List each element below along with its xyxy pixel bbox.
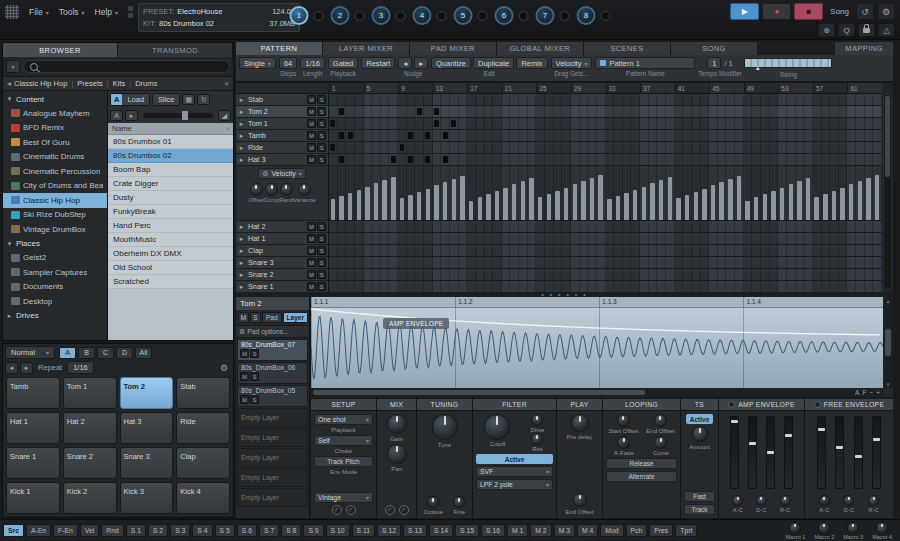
layer-view-button[interactable]: Layer — [283, 312, 308, 323]
mute-button[interactable]: M — [307, 119, 316, 128]
step-lane-tom-1[interactable] — [329, 118, 882, 129]
offset-knob[interactable] — [250, 183, 263, 196]
tab-scenes[interactable]: SCENES — [584, 42, 670, 55]
bank-button-a[interactable]: A — [59, 347, 76, 359]
pad-view-button[interactable]: Pad — [262, 312, 282, 323]
scroll-up-icon[interactable]: ▴ — [887, 298, 890, 304]
step-lane-snare-3[interactable] — [329, 257, 882, 268]
transmod-circle-icon[interactable] — [332, 505, 342, 515]
tab-mapping[interactable]: MAPPING — [835, 42, 893, 55]
layer-mute-button[interactable]: M — [240, 395, 249, 404]
bottom-tab-mod[interactable]: Mod — [600, 524, 623, 537]
mute-button[interactable]: M — [307, 131, 316, 140]
bottom-tab-s-15[interactable]: S 15 — [455, 524, 479, 537]
env-enable-icon[interactable] — [728, 401, 735, 408]
pad-mode-select[interactable]: Normal ▾ — [5, 346, 55, 359]
layer-slot-7[interactable]: Empty Layer — [237, 468, 308, 487]
comp-knob[interactable] — [265, 183, 278, 196]
loop-start-offset-knob[interactable] — [617, 414, 630, 427]
repeat-rate-select[interactable]: 1/16 — [67, 361, 94, 374]
scene-button-4[interactable]: 4 — [413, 6, 432, 25]
mute-button[interactable]: M — [307, 282, 316, 291]
file-item-old-school[interactable]: Old School — [108, 261, 233, 275]
grid-view-icon[interactable]: ▦ — [182, 94, 195, 105]
macro-knob-macro-1[interactable]: Macro 1 — [786, 522, 806, 540]
pad-tom-1[interactable]: Tom 1 — [63, 377, 117, 409]
pad-solo-button[interactable]: S — [250, 312, 261, 323]
pad-snare-2[interactable]: Snare 2 — [63, 447, 117, 479]
step-lane-hat-1[interactable] — [329, 233, 882, 244]
layer-solo-button[interactable]: S — [250, 372, 259, 381]
track-header-hat-1[interactable]: ▸Hat 1MS — [236, 233, 329, 244]
bottom-tab-s-8[interactable]: S 8 — [281, 524, 301, 537]
preview-play-icon[interactable]: ▸ — [125, 110, 138, 121]
env-knob-r-c[interactable]: R-C — [868, 495, 879, 513]
tree-item-classic-hip-hop[interactable]: Classic Hip Hop — [3, 193, 107, 208]
load-button[interactable]: A Load — [110, 93, 150, 106]
tab-pattern[interactable]: PATTERN — [236, 42, 322, 55]
browser-tab-browser[interactable]: BROWSER — [3, 43, 118, 57]
waveform-vscrollbar[interactable]: ▴ ▾ — [883, 297, 893, 388]
mute-button[interactable]: M — [307, 155, 316, 164]
pad-settings-gear-icon[interactable]: ⚙ — [220, 363, 231, 373]
layer-slot-5[interactable]: Empty Layer — [237, 428, 308, 447]
bottom-tab-m-3[interactable]: M 3 — [554, 524, 575, 537]
pad-clap[interactable]: Clap — [176, 447, 230, 479]
env-slider-1[interactable] — [730, 416, 739, 489]
bottom-tab-s-5[interactable]: S 5 — [215, 524, 235, 537]
env-slider-handle[interactable] — [749, 442, 756, 445]
xfade-knob[interactable] — [617, 436, 630, 449]
env-knob-a-c[interactable]: A-C — [732, 495, 743, 513]
preview-slot-button[interactable]: A — [110, 110, 123, 121]
step-lane-hat-2[interactable] — [329, 221, 882, 232]
env-knob-d-c[interactable]: D-C — [843, 495, 854, 513]
pad-kick-3[interactable]: Kick 3 — [120, 482, 174, 514]
layer-slot-1[interactable]: 80s_DrumBox_07MS — [237, 339, 308, 361]
solo-button[interactable]: S — [317, 282, 326, 291]
file-item-80s-drumbox-02[interactable]: 80s Drumbox 02 — [108, 149, 233, 163]
quantize-zoom-icon[interactable]: Q — [838, 23, 855, 37]
search-box[interactable] — [23, 60, 230, 73]
search-input[interactable] — [42, 62, 223, 71]
curve-knob[interactable] — [654, 436, 667, 449]
layer-slot-3[interactable]: 80s_DrumBox_05MS — [237, 385, 308, 407]
scene-button-2[interactable]: 2 — [331, 6, 350, 25]
file-item-boom-bap[interactable]: Boom Bap — [108, 163, 233, 177]
bottom-tab-s-16[interactable]: S 16 — [481, 524, 505, 537]
solo-button[interactable]: S — [317, 95, 326, 104]
tree-item-vintage-drumbox[interactable]: Vintage DrumBox — [3, 222, 107, 237]
track-header-tom-1[interactable]: ▸Tom 1MS — [236, 118, 329, 129]
pan-knob[interactable] — [387, 444, 407, 464]
breadcrumb-drums[interactable]: Drums — [135, 79, 157, 88]
pad-stab[interactable]: Stab — [176, 377, 230, 409]
bottom-tab-s-11[interactable]: S 11 — [352, 524, 375, 537]
step-lane-tom-2[interactable] — [329, 106, 882, 117]
scene-button-3[interactable]: 3 — [372, 6, 391, 25]
tree-item-documents[interactable]: Documents — [3, 280, 107, 295]
kit-row[interactable]: KIT: 80s Drumbox 02 37.0MB — [143, 19, 295, 28]
name-column-header[interactable]: Name — [112, 124, 132, 133]
scene-knob-7[interactable] — [560, 11, 570, 21]
velocity-knob-rand[interactable]: Rand — [279, 183, 293, 203]
scene-knob-5[interactable] — [478, 11, 488, 21]
menu-tools[interactable]: Tools▾ — [54, 7, 90, 17]
bottom-tab-src[interactable]: Src — [3, 524, 24, 537]
layer-mute-button[interactable]: M — [240, 372, 249, 381]
file-item-scratched[interactable]: Scratched — [108, 275, 233, 289]
bottom-tab-m-4[interactable]: M 4 — [577, 524, 598, 537]
file-item-dusty[interactable]: Dusty — [108, 191, 233, 205]
scene-button-6[interactable]: 6 — [495, 6, 514, 25]
scroll-down-icon[interactable]: ▾ — [887, 381, 890, 387]
preset-row[interactable]: PRESET: ElectroHouse 124.00 — [143, 7, 295, 16]
scene-knob-8[interactable] — [601, 11, 611, 21]
tree-item-cinematic-percussion[interactable]: Cinematic Percussion — [3, 164, 107, 179]
track-header-stab[interactable]: ▸StabMS — [236, 94, 329, 105]
file-item-mouthmusic[interactable]: MouthMusic — [108, 233, 233, 247]
macro-knob-macro-4[interactable]: Macro 4 — [872, 522, 892, 540]
layer-solo-button[interactable]: S — [250, 349, 259, 358]
env-slider-4[interactable] — [784, 416, 793, 489]
pad-hat-3[interactable]: Hat 3 — [120, 412, 174, 444]
bottom-tab-a-en[interactable]: A-En — [26, 524, 51, 537]
env-knob-r-c[interactable]: R-C — [780, 495, 791, 513]
waveform-hscrollbar[interactable]: A F − + — [311, 388, 883, 397]
